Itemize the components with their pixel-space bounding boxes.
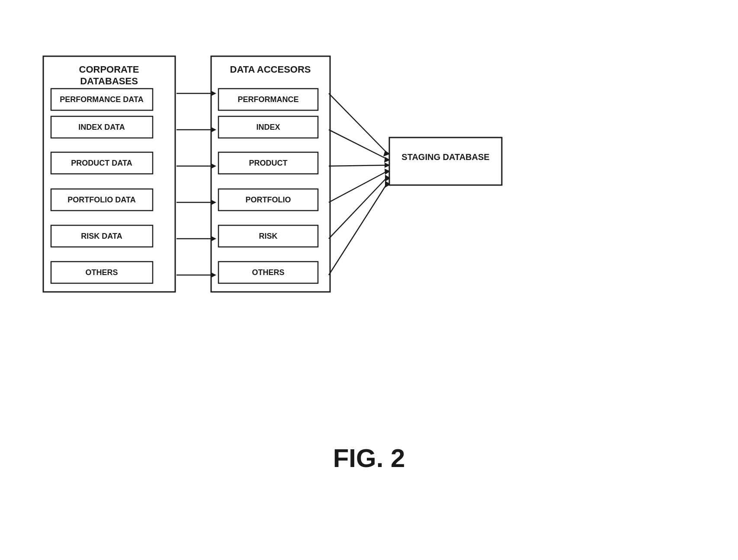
svg-rect-51: [218, 225, 318, 247]
svg-text:STAGING DATABASE: STAGING DATABASE: [401, 152, 489, 162]
svg-text:DATA ACCESORS: DATA ACCESORS: [230, 64, 311, 75]
svg-text:INDEX: INDEX: [256, 123, 280, 131]
svg-line-12: [329, 93, 387, 153]
svg-rect-35: [51, 152, 153, 174]
svg-text:PRODUCT DATA: PRODUCT DATA: [71, 159, 132, 167]
svg-rect-25: [211, 56, 330, 292]
svg-marker-13: [383, 150, 390, 157]
svg-marker-23: [385, 181, 391, 188]
svg-marker-17: [385, 163, 390, 168]
svg-line-22: [329, 183, 387, 275]
svg-marker-11: [211, 272, 216, 278]
svg-text:OTHERS: OTHERS: [85, 268, 118, 277]
svg-rect-33: [51, 116, 153, 138]
svg-text:PERFORMANCE: PERFORMANCE: [237, 95, 298, 104]
svg-marker-7: [211, 200, 216, 205]
svg-marker-21: [385, 175, 391, 182]
svg-line-14: [329, 130, 387, 159]
svg-text:PERFORMANCE DATA: PERFORMANCE DATA: [60, 95, 143, 104]
svg-text:PRODUCT: PRODUCT: [249, 159, 288, 167]
svg-rect-49: [218, 189, 318, 211]
svg-rect-24: [43, 56, 175, 292]
svg-rect-47: [218, 152, 318, 174]
svg-marker-19: [385, 169, 390, 175]
svg-text:CORPORATE: CORPORATE: [79, 64, 139, 75]
svg-rect-41: [51, 262, 153, 283]
svg-rect-26: [389, 138, 502, 185]
svg-text:FIG. 2: FIG. 2: [333, 444, 405, 473]
svg-marker-1: [211, 91, 216, 96]
svg-rect-43: [218, 89, 318, 110]
svg-line-20: [329, 177, 387, 239]
svg-text:INDEX DATA: INDEX DATA: [78, 123, 125, 131]
svg-rect-31: [51, 89, 153, 110]
svg-text:DATABASES: DATABASES: [80, 76, 138, 86]
svg-text:RISK DATA: RISK DATA: [81, 232, 122, 240]
svg-text:PORTFOLIO DATA: PORTFOLIO DATA: [67, 195, 135, 204]
svg-marker-9: [211, 236, 216, 241]
svg-rect-53: [218, 262, 318, 283]
svg-text:OTHERS: OTHERS: [252, 268, 284, 277]
svg-line-16: [329, 165, 387, 166]
svg-rect-37: [51, 189, 153, 211]
svg-marker-15: [384, 157, 390, 163]
svg-rect-45: [218, 116, 318, 138]
svg-line-18: [329, 171, 387, 202]
svg-marker-3: [211, 127, 216, 132]
svg-marker-5: [211, 163, 216, 169]
svg-text:PORTFOLIO: PORTFOLIO: [246, 195, 291, 204]
svg-rect-39: [51, 225, 153, 247]
svg-text:RISK: RISK: [259, 232, 277, 240]
